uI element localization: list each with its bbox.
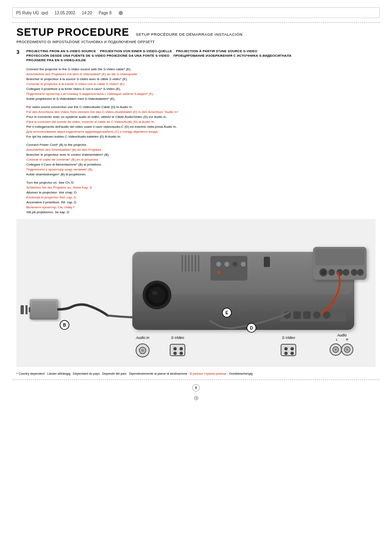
- file-time: 14:20: [82, 11, 92, 15]
- instr-1-4: Collegare il proiettore a la fonte Video…: [26, 87, 376, 92]
- instr-1-6: Koble projektoren til S-Videokilden med …: [26, 97, 376, 101]
- instr-2-4: Per il collegamento dell'audio del video…: [26, 124, 376, 129]
- setup-subtitle-row1: SETUP PROCÉDURE DE DÉMARRAGE INSTALACIÓN: [136, 32, 243, 37]
- svg-text:S-Video: S-Video: [282, 336, 295, 340]
- svg-rect-15: [185, 255, 186, 272]
- top-dashed-line: [12, 22, 380, 23]
- svg-text:B: B: [63, 323, 66, 327]
- file-date: 13.05.2002: [55, 11, 75, 15]
- instruction-group-1: Connect the projector to the S-Video sou…: [26, 67, 376, 101]
- instr-2-2: Pour le connecter avec un système audio …: [26, 115, 376, 120]
- svg-text:E: E: [226, 311, 228, 315]
- svg-point-22: [224, 262, 229, 267]
- page-container: P5 Ruby UG .qxd 13.05.2002 14:20 Page 8 …: [0, 7, 392, 555]
- svg-point-60: [284, 352, 288, 355]
- instr-2-1: Für den Anschluss des Video-Tons stecken…: [26, 110, 376, 115]
- instr-2-6: For lyd fra videoen kobles C-Video/Audio…: [26, 134, 376, 139]
- bottom-crosshair-icon: ⊕: [0, 394, 392, 402]
- instr-4-4: Accendere il proiettore. Rif. cap. D: [26, 200, 376, 205]
- instr-3-0: Connect Power Cord* (B) to the projector…: [26, 143, 376, 147]
- page-number: 8: [192, 384, 200, 391]
- svg-point-67: [334, 348, 337, 351]
- svg-rect-1: [32, 301, 56, 318]
- instr-3-3: Conecte el cable de corriente* (B) en el…: [26, 157, 376, 162]
- step-title-en: PROJECTING FROM AN S-VIDEO SOURCE: [26, 49, 96, 53]
- svg-point-23: [233, 262, 238, 267]
- svg-point-24: [241, 262, 246, 267]
- diagram-area: B: [16, 219, 376, 367]
- svg-point-36: [321, 270, 326, 275]
- instr-3-2: Brancher le projecteur avec le cordon d'…: [26, 152, 376, 157]
- svg-rect-34: [315, 249, 364, 265]
- file-page: Page 8: [99, 11, 112, 15]
- svg-point-52: [173, 347, 177, 350]
- instr-4-2: Allumez le projecteur. Voir chap. D: [26, 190, 376, 195]
- instr-1-1: Anschließen des Projektors mit dem S-Vid…: [26, 72, 376, 77]
- step-title-no: PROJISERE FRA EN S-VIDEO-KILDE: [26, 58, 86, 62]
- svg-rect-14: [182, 255, 183, 272]
- svg-rect-18: [195, 255, 196, 272]
- svg-point-41: [357, 269, 364, 276]
- svg-point-21: [216, 262, 221, 267]
- svg-point-55: [180, 352, 183, 355]
- svg-rect-19: [198, 255, 199, 272]
- instr-3-1: Anschließen des Stromkabels* (B) an den …: [26, 147, 376, 152]
- filename: P5 Ruby UG .qxd: [16, 11, 48, 15]
- svg-rect-32: [323, 311, 330, 319]
- setup-title: SETUP PROCEDURE: [16, 26, 129, 39]
- svg-rect-2: [21, 305, 24, 314]
- instr-3-4: Collegare il Cavo di Alimentazione* (B) …: [26, 162, 376, 167]
- svg-point-37: [328, 269, 335, 276]
- svg-rect-16: [188, 255, 189, 272]
- svg-rect-29: [293, 311, 301, 319]
- step-title: PROJECTING FROM AN S-VIDEO SOURCE PROJEK…: [26, 49, 291, 63]
- svg-point-58: [284, 347, 288, 350]
- step-title-es-it: PROYECCIÓN DESDE UNA FUENTE DE S-VIDEO P…: [26, 54, 169, 58]
- svg-text:L: L: [336, 338, 338, 341]
- svg-rect-30: [303, 311, 311, 319]
- crosshair-icon: ⊕: [118, 9, 123, 16]
- instr-4-3: Encienda el proyector. Ref. cap. D: [26, 195, 376, 200]
- svg-point-54: [173, 352, 177, 355]
- svg-rect-57: [281, 344, 296, 356]
- instr-2-5: Для использования звука подключите аудио…: [26, 129, 376, 134]
- instr-1-5: Подключите проектор к источнику S-видеос…: [26, 92, 376, 97]
- footer-note-text: * Country dependent Länder abhängig Dépe…: [16, 372, 253, 375]
- instr-4-6: Slå på projektoren. Se kap. D: [26, 210, 376, 215]
- svg-rect-3: [25, 305, 28, 314]
- step-title-de: PROJEKTION VON EINER S-VIDEO-QUELLE: [100, 49, 172, 53]
- setup-header: SETUP PROCEDURE SETUP PROCÉDURE DE DÉMAR…: [16, 26, 376, 44]
- footer-note: * Country dependent Länder abhängig Dépe…: [16, 372, 376, 375]
- svg-point-40: [351, 269, 357, 276]
- bottom-dashed-line: [12, 380, 380, 380]
- svg-point-53: [180, 347, 183, 350]
- footer-note-ru: В разных странах разные: [190, 372, 226, 375]
- svg-point-13: [152, 291, 158, 295]
- instr-4-5: Включите проектор. См. главу Г: [26, 205, 376, 210]
- svg-point-70: [346, 348, 348, 351]
- step-title-fr: PROJECTION À PARTIR D'UNE SOURCE S-VIDEO: [176, 49, 257, 53]
- svg-point-39: [343, 269, 349, 276]
- svg-text:R: R: [346, 338, 348, 341]
- setup-languages: PROCEDIMENTO DI IMPOSTAZIONE УСТАНОВКА И…: [16, 40, 376, 44]
- step-header: 3 PROJECTING FROM AN S-VIDEO SOURCE PROJ…: [16, 49, 376, 63]
- page-number-area: 8: [0, 384, 392, 391]
- svg-point-61: [291, 352, 294, 355]
- svg-point-49: [141, 349, 144, 352]
- svg-rect-20: [210, 256, 247, 281]
- svg-text:Audio: Audio: [337, 333, 346, 337]
- instruction-group-4: Turn the projector on. See Ch. D Schließ…: [26, 180, 376, 215]
- instr-2-3: Para la conexión del sonido de video, co…: [26, 120, 376, 124]
- setup-title-row: SETUP PROCEDURE SETUP PROCÉDURE DE DÉMAR…: [16, 26, 376, 39]
- step-number: 3: [16, 49, 21, 55]
- svg-rect-26: [264, 257, 270, 267]
- instr-1-0: Connect the projector to the S-Video sou…: [26, 67, 376, 72]
- svg-point-12: [149, 287, 165, 303]
- instr-1-2: Brancher le projecteur à la source S-Vid…: [26, 77, 376, 82]
- svg-text:Audio in: Audio in: [136, 336, 150, 340]
- instr-1-3: Conectar el proyector a la fuente S-Vide…: [26, 82, 376, 87]
- svg-point-59: [291, 347, 294, 350]
- svg-text:S-Video: S-Video: [171, 336, 184, 340]
- svg-text:D: D: [250, 326, 253, 330]
- instr-4-1: Schließen Sie der Projektor an. Siehe Ka…: [26, 185, 376, 190]
